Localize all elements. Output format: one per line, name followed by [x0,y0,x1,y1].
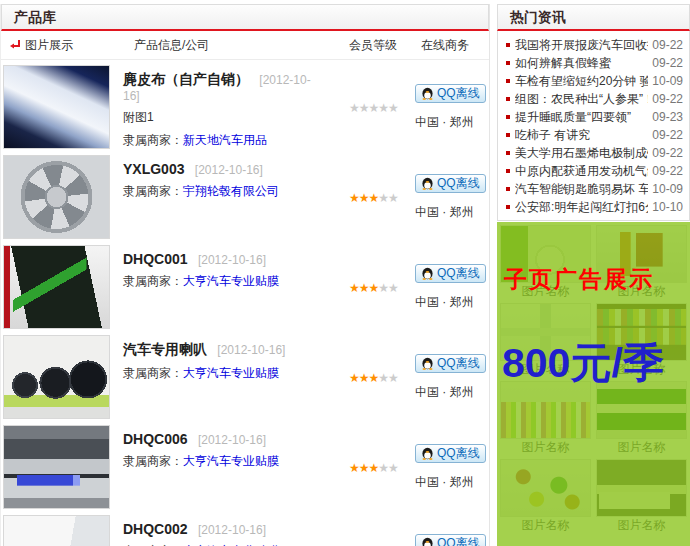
qq-button-label: QQ离线 [437,355,480,372]
product-library-title: 产品库 [1,4,489,31]
news-item: 汽车智能钥匙脆弱易坏 车主需 10-09 [504,180,683,198]
news-list: 我国将开展报废汽车回收拆解 09-22 如何辨解真假蜂蜜 09-22 车检有望缩… [497,31,690,221]
product-title: 麂皮布（自产自销） [123,71,249,87]
ad-banner-headline: 子页广告展示 [504,264,654,295]
qq-button-label: QQ离线 [437,85,480,102]
product-thumbnail[interactable] [3,335,110,419]
news-link[interactable]: 我国将开展报废汽车回收拆解 [515,37,648,54]
news-date: 09-22 [652,92,683,106]
product-date: [2012-10-16] [198,433,266,447]
news-link[interactable]: 汽车智能钥匙脆弱易坏 车主需 [515,181,648,198]
member-level-stars: ★★★★★ [319,245,397,330]
news-link[interactable]: 美大学用石墨烯电极制成锂电 [515,145,648,162]
qq-offline-button[interactable]: QQ离线 [415,174,486,193]
news-date: 10-09 [652,182,683,196]
star-filled-icon: ★ [359,371,369,385]
star-filled-icon: ★ [349,191,359,205]
merchant-link[interactable]: 大亨汽车专业贴膜 [183,454,279,468]
product-thumbnail[interactable] [3,65,110,149]
product-location: 中国 · 郑州 [415,474,474,491]
product-row: DHQC006 [2012-10-16] 隶属商家：大亨汽车专业贴膜 ★★★★★ [1,420,489,510]
merchant-link[interactable]: 大亨汽车专业贴膜 [183,366,279,380]
product-thumbnail[interactable] [3,245,110,329]
news-link[interactable]: 车检有望缩短约20分钟 验车将 [515,73,648,90]
product-row: DHQC002 [2012-10-16] 隶属商家：大亨汽车专业贴膜 ★★★★★ [1,510,489,546]
news-item: 公安部:明年起闯红灯扣6分 挡 10-10 [504,198,683,216]
qq-penguin-icon [421,537,434,546]
star-empty-icon: ★ [349,101,359,115]
product-list: 麂皮布（自产自销） [2012-10-16] 附图1 隶属商家：新天地汽车用品 … [1,60,489,546]
qq-offline-button[interactable]: QQ离线 [415,264,486,283]
merchant-label: 隶属商家： [123,274,183,288]
ad-banner-area: 图片名称 图片名称 图片名称 图片名称 图片名称 [497,222,690,546]
product-title: 汽车专用喇叭 [123,341,207,357]
star-filled-icon: ★ [369,191,379,205]
star-empty-icon: ★ [378,371,388,385]
product-row: 麂皮布（自产自销） [2012-10-16] 附图1 隶属商家：新天地汽车用品 … [1,60,489,150]
qq-button-label: QQ离线 [437,445,480,462]
product-row: YXLG003 [2012-10-16] 隶属商家：宇翔轮毂有限公司 ★★★★★ [1,150,489,240]
qq-offline-button[interactable]: QQ离线 [415,354,486,373]
star-filled-icon: ★ [369,461,379,475]
news-item: 我国将开展报废汽车回收拆解 09-22 [504,36,683,54]
product-date: [2012-10-16] [195,163,263,177]
qq-offline-button[interactable]: QQ离线 [415,534,486,546]
bullet-icon [506,133,510,137]
product-thumbnail[interactable] [3,515,110,546]
news-item: 车检有望缩短约20分钟 验车将 10-09 [504,72,683,90]
star-filled-icon: ★ [359,191,369,205]
product-location: 中国 · 郑州 [415,294,474,311]
star-empty-icon: ★ [378,461,388,475]
member-level-stars: ★★★★★ [319,155,397,240]
star-filled-icon: ★ [359,281,369,295]
merchant-link[interactable]: 宇翔轮毂有限公司 [183,184,279,198]
product-location: 中国 · 郑州 [415,204,474,221]
merchant-label: 隶属商家： [123,133,183,147]
qq-penguin-icon [421,177,434,190]
star-empty-icon: ★ [378,281,388,295]
star-filled-icon: ★ [369,281,379,295]
news-date: 10-10 [652,200,683,214]
news-link[interactable]: 中原内配获通用发动机气缸套 [515,163,648,180]
merchant-link[interactable]: 大亨汽车专业贴膜 [183,274,279,288]
hot-news-panel: 热门资讯 我国将开展报废汽车回收拆解 09-22 如何辨解真假蜂蜜 09-22 … [497,4,690,221]
corner-arrow-icon [9,39,21,51]
merchant-label: 隶属商家： [123,366,183,380]
news-date: 09-22 [652,146,683,160]
qq-offline-button[interactable]: QQ离线 [415,84,486,103]
member-level-stars: ★★★★★ [319,515,397,546]
qq-penguin-icon [421,447,434,460]
news-link[interactable]: 公安部:明年起闯红灯扣6分 挡 [515,199,648,216]
qq-offline-button[interactable]: QQ离线 [415,444,486,463]
product-attachment-note: 附图1 [123,109,319,126]
bullet-icon [506,115,510,119]
news-link[interactable]: 吃柿子 有讲究 [515,127,648,144]
hot-news-title: 热门资讯 [497,4,690,31]
product-title: DHQC001 [123,251,188,267]
qq-button-label: QQ离线 [437,265,480,282]
bullet-icon [506,151,510,155]
star-empty-icon: ★ [378,101,388,115]
product-table-header: 图片展示 产品信息/公司 会员等级 在线商务 [1,31,489,60]
news-item: 组图：农民种出“人参果”！ 09-22 [504,90,683,108]
news-link[interactable]: 如何辨解真假蜂蜜 [515,55,648,72]
merchant-label: 隶属商家： [123,454,183,468]
merchant-label: 隶属商家： [123,184,183,198]
product-thumbnail[interactable] [3,155,110,239]
member-level-stars: ★★★★★ [319,335,397,420]
star-filled-icon: ★ [359,461,369,475]
ad-banner-price: 800元/季 [502,336,664,391]
news-link[interactable]: 提升睡眠质量“四要领” [515,109,648,126]
star-filled-icon: ★ [349,281,359,295]
column-header-info: 产品信息/公司 [110,37,319,54]
bullet-icon [506,61,510,65]
qq-button-label: QQ离线 [437,175,480,192]
bullet-icon [506,79,510,83]
product-thumbnail[interactable] [3,425,110,509]
bullet-icon [506,97,510,101]
news-date: 10-09 [652,74,683,88]
product-title: DHQC006 [123,431,188,447]
merchant-link[interactable]: 新天地汽车用品 [183,133,267,147]
product-location: 中国 · 郑州 [415,384,474,401]
news-link[interactable]: 组图：农民种出“人参果”！ [515,91,648,108]
